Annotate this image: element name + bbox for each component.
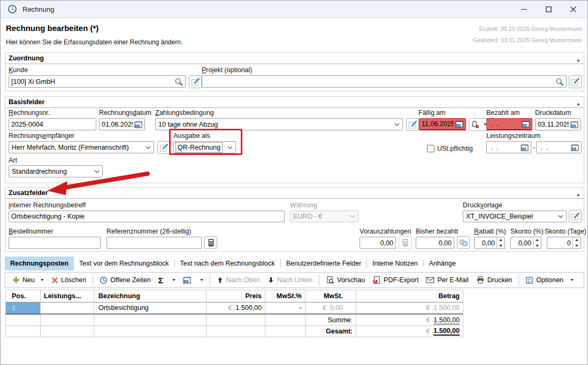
projekt-input[interactable] bbox=[204, 76, 554, 87]
search-icon[interactable] bbox=[555, 77, 564, 86]
bezahlt-am-input[interactable] bbox=[489, 119, 520, 129]
spinner-buttons[interactable] bbox=[572, 237, 581, 248]
skonto-tage-input[interactable] bbox=[547, 237, 572, 248]
rechnungsempfaenger-combo[interactable]: Herr Mehrfach, Moritz (Firmenanschrift) bbox=[9, 141, 154, 153]
offene-zeiten-button[interactable]: Offene Zeiten bbox=[96, 275, 155, 286]
skonto-prozent-label: Skonto (%) bbox=[510, 228, 544, 235]
ausgabe-als-combo[interactable]: QR-Rechnung bbox=[173, 141, 236, 153]
calendar-icon[interactable]: 12 bbox=[571, 144, 579, 151]
col-header-pos[interactable]: Pos. bbox=[5, 290, 41, 302]
col-header-betrag[interactable]: Betrag bbox=[356, 290, 463, 302]
vorauszahlungen-calc-button[interactable] bbox=[399, 236, 411, 249]
dropdown-caret-icon[interactable] bbox=[570, 279, 574, 281]
row-mwst-prozent-cell[interactable]: - bbox=[265, 302, 306, 315]
zahlungsbedingung-edit-button[interactable] bbox=[406, 118, 419, 131]
neu-button[interactable]: Neu bbox=[9, 275, 48, 285]
dropdown-caret-icon[interactable] bbox=[172, 279, 175, 281]
date-range-separator: - bbox=[533, 144, 535, 151]
faellig-am-label: Fällig am bbox=[418, 109, 446, 117]
collapse-icon[interactable]: ▲ bbox=[576, 55, 581, 66]
col-header-bezeichnung[interactable]: Bezeichnung bbox=[94, 290, 207, 302]
summe-dropdown-button[interactable]: Σ bbox=[155, 274, 179, 286]
section-zuordnung-header: Zuordnung ▲ bbox=[5, 53, 584, 64]
ust-pflichtig-checkbox[interactable] bbox=[427, 145, 434, 152]
col-header-preis[interactable]: Preis bbox=[207, 290, 265, 302]
rechnungsnr-input[interactable] bbox=[11, 119, 94, 130]
calendar-icon[interactable]: 12 bbox=[570, 121, 578, 128]
edit-icon bbox=[571, 212, 580, 221]
betrag-value: 1.500,00 bbox=[433, 304, 460, 312]
tab-benutzerdefinierte-felder[interactable]: Benutzerdefinierte Felder bbox=[281, 257, 366, 270]
optionen-button[interactable]: Optionen bbox=[522, 275, 577, 286]
referenznummer-input[interactable] bbox=[109, 237, 199, 248]
rechnungsempfaenger-edit-button[interactable] bbox=[157, 141, 170, 154]
row-mwst-cell[interactable]: €0,00 bbox=[306, 302, 356, 315]
spinner-buttons[interactable] bbox=[533, 237, 541, 248]
tab-anhaenge[interactable]: Anhänge bbox=[424, 257, 461, 270]
druckvorlage-combo[interactable]: XT_INVOICE_Beispiel bbox=[463, 211, 567, 222]
drucken-button[interactable]: Drucken bbox=[472, 274, 516, 286]
optionen-label: Optionen bbox=[536, 276, 563, 284]
calendar-icon[interactable]: 12 bbox=[455, 120, 463, 128]
art-combo[interactable]: Standardrechnung bbox=[9, 165, 103, 177]
bisher-bezahlt-payments-button[interactable] bbox=[457, 236, 470, 249]
pdf-export-button[interactable]: A PDF-Export bbox=[369, 274, 422, 286]
leistungszeitraum-bis-input[interactable] bbox=[539, 142, 569, 153]
currency-symbol: € bbox=[426, 304, 430, 312]
col-header-leistungsart[interactable]: Leistungs... bbox=[41, 290, 94, 302]
tab-rechnungsposten[interactable]: Rechnungsposten bbox=[5, 257, 74, 270]
leistungszeitraum-von-input[interactable] bbox=[489, 142, 519, 153]
referenznummer-label: Referenznummer (26-stellig) bbox=[106, 228, 191, 235]
col-header-mwst-prozent[interactable]: MwSt.% bbox=[265, 290, 306, 302]
projekt-edit-button[interactable] bbox=[569, 75, 582, 88]
calendar-dropdown-button[interactable]: 12 bbox=[179, 275, 207, 285]
row-bezeichnung-cell[interactable]: Ortsbesichtigung bbox=[94, 302, 207, 315]
druckvorlage-edit-button[interactable] bbox=[569, 210, 582, 223]
positions-toolbar: Neu Löschen Offene Zeiten Σ 12 Nach Oben… bbox=[5, 272, 584, 288]
bisher-bezahlt-input[interactable] bbox=[418, 237, 452, 248]
close-button[interactable] bbox=[561, 1, 585, 18]
currency-symbol: € bbox=[228, 304, 232, 312]
tab-text-nach-rechnungsblock[interactable]: Text nach dem Rechnungsblock bbox=[175, 257, 280, 270]
dropdown-caret-icon[interactable] bbox=[200, 279, 203, 281]
betreff-input[interactable] bbox=[11, 211, 282, 222]
druckdatum-input[interactable] bbox=[538, 119, 569, 130]
search-icon[interactable] bbox=[174, 77, 183, 86]
loeschen-button[interactable]: Löschen bbox=[48, 275, 90, 285]
minimize-button[interactable] bbox=[511, 1, 536, 18]
nach-unten-button[interactable]: Nach Unten bbox=[264, 275, 316, 285]
row-pos-cell[interactable]: 1 bbox=[5, 302, 41, 315]
toolbar-separator bbox=[210, 275, 210, 285]
vorauszahlungen-input[interactable] bbox=[362, 237, 393, 248]
bestellnummer-input[interactable] bbox=[11, 237, 98, 248]
rabatt-label: Rabatt (%) bbox=[474, 228, 506, 235]
maximize-button[interactable] bbox=[536, 1, 561, 18]
tab-text-vor-rechnungsblock[interactable]: Text vor dem Rechnungsblock bbox=[74, 257, 174, 270]
row-preis-cell[interactable]: €1.500,00 bbox=[207, 302, 265, 315]
rabatt-input[interactable] bbox=[475, 237, 497, 248]
calendar-icon[interactable]: 12 bbox=[521, 144, 529, 151]
vorschau-button[interactable]: Vorschau bbox=[322, 274, 369, 286]
zahlungsbedingung-combo[interactable]: 10 tage ohne Abzug bbox=[155, 118, 403, 130]
nach-oben-button[interactable]: Nach Oben bbox=[213, 275, 264, 285]
rechnungsdatum-input[interactable] bbox=[102, 119, 133, 130]
dropdown-caret-icon[interactable] bbox=[41, 279, 44, 281]
delete-x-icon bbox=[51, 277, 58, 284]
referenznummer-calc-button[interactable] bbox=[204, 236, 217, 249]
per-email-button[interactable]: Per E-Mail bbox=[422, 275, 472, 285]
neu-label: Neu bbox=[22, 276, 35, 284]
collapse-icon[interactable]: ▲ bbox=[576, 99, 581, 110]
tab-interne-notizen[interactable]: Interne Notizen bbox=[367, 257, 423, 270]
page-subtitle: Hier können Sie die Erfassungsdaten eine… bbox=[6, 38, 182, 46]
calendar-icon[interactable]: 12 bbox=[522, 120, 530, 128]
calendar-icon[interactable]: 12 bbox=[134, 121, 142, 128]
col-header-mwst[interactable]: MwSt. bbox=[306, 290, 356, 302]
row-betrag-cell[interactable]: €1.500,00 bbox=[356, 302, 463, 315]
collapse-icon[interactable]: ▲ bbox=[576, 190, 581, 200]
skonto-prozent-input[interactable] bbox=[511, 237, 533, 248]
spinner-buttons[interactable] bbox=[497, 237, 505, 248]
kunde-edit-button[interactable] bbox=[189, 75, 202, 88]
kunde-input[interactable] bbox=[11, 76, 173, 87]
faellig-am-input[interactable] bbox=[422, 119, 454, 129]
row-leistungsart-cell[interactable] bbox=[41, 302, 94, 315]
